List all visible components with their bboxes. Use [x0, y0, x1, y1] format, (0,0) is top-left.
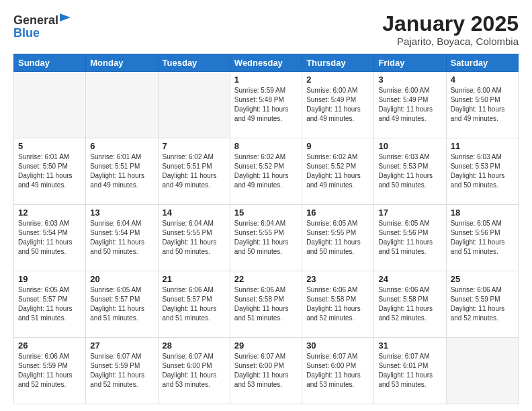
cell-2-4: 16Sunrise: 6:05 AMSunset: 5:55 PMDayligh… — [302, 205, 374, 271]
day-num-4-3: 29 — [234, 340, 298, 351]
day-info-0-5: Sunrise: 6:00 AMSunset: 5:49 PMDaylight:… — [378, 86, 441, 124]
logo-general: General — [13, 13, 58, 28]
cell-2-0: 12Sunrise: 6:03 AMSunset: 5:54 PMDayligh… — [14, 205, 86, 271]
day-info-2-5: Sunrise: 6:05 AMSunset: 5:56 PMDaylight:… — [378, 219, 441, 257]
day-info-3-1: Sunrise: 6:05 AMSunset: 5:57 PMDaylight:… — [90, 285, 153, 323]
day-info-0-6: Sunrise: 6:00 AMSunset: 5:50 PMDaylight:… — [451, 86, 514, 124]
week-row-0: 1Sunrise: 5:59 AMSunset: 5:48 PMDaylight… — [14, 72, 519, 138]
header-monday: Monday — [86, 54, 158, 72]
title-block: January 2025 Pajarito, Boyaca, Colombia — [382, 12, 519, 47]
cell-1-0: 5Sunrise: 6:01 AMSunset: 5:50 PMDaylight… — [14, 138, 86, 205]
day-num-0-5: 3 — [378, 75, 441, 85]
day-num-3-4: 23 — [306, 274, 369, 284]
day-info-1-3: Sunrise: 6:02 AMSunset: 5:52 PMDaylight:… — [234, 152, 298, 190]
cell-1-3: 8Sunrise: 6:02 AMSunset: 5:52 PMDaylight… — [230, 138, 302, 205]
day-num-2-6: 18 — [451, 208, 514, 218]
day-info-1-0: Sunrise: 6:01 AMSunset: 5:50 PMDaylight:… — [18, 152, 81, 190]
cell-0-0 — [14, 72, 86, 138]
day-info-2-3: Sunrise: 6:04 AMSunset: 5:55 PMDaylight:… — [234, 219, 298, 257]
day-info-2-1: Sunrise: 6:04 AMSunset: 5:54 PMDaylight:… — [90, 219, 153, 257]
cell-3-0: 19Sunrise: 6:05 AMSunset: 5:57 PMDayligh… — [14, 271, 86, 338]
page: General Blue January 2025 Pajarito, Boya… — [0, 0, 532, 411]
day-info-4-0: Sunrise: 6:06 AMSunset: 5:59 PMDaylight:… — [18, 352, 81, 390]
cell-0-3: 1Sunrise: 5:59 AMSunset: 5:48 PMDaylight… — [230, 72, 302, 138]
day-info-1-2: Sunrise: 6:02 AMSunset: 5:51 PMDaylight:… — [163, 152, 226, 190]
day-num-3-1: 20 — [90, 274, 153, 284]
logo-blue-text: Blue — [13, 26, 40, 40]
cell-4-4: 30Sunrise: 6:07 AMSunset: 6:00 PMDayligh… — [302, 338, 374, 404]
cell-2-5: 17Sunrise: 6:05 AMSunset: 5:56 PMDayligh… — [374, 205, 446, 271]
cell-4-2: 28Sunrise: 6:07 AMSunset: 6:00 PMDayligh… — [158, 338, 230, 404]
cell-4-6 — [446, 338, 518, 404]
cell-2-1: 13Sunrise: 6:04 AMSunset: 5:54 PMDayligh… — [86, 205, 158, 271]
cell-1-4: 9Sunrise: 6:02 AMSunset: 5:52 PMDaylight… — [302, 138, 374, 205]
day-num-4-1: 27 — [90, 340, 153, 351]
day-info-4-1: Sunrise: 6:07 AMSunset: 5:59 PMDaylight:… — [90, 352, 153, 390]
day-info-4-2: Sunrise: 6:07 AMSunset: 6:00 PMDaylight:… — [163, 352, 226, 390]
day-info-4-4: Sunrise: 6:07 AMSunset: 6:00 PMDaylight:… — [306, 352, 369, 390]
day-info-3-3: Sunrise: 6:06 AMSunset: 5:58 PMDaylight:… — [234, 285, 298, 323]
cell-3-4: 23Sunrise: 6:06 AMSunset: 5:58 PMDayligh… — [302, 271, 374, 338]
day-info-4-3: Sunrise: 6:07 AMSunset: 6:00 PMDaylight:… — [234, 352, 298, 390]
day-info-4-5: Sunrise: 6:07 AMSunset: 6:01 PMDaylight:… — [378, 352, 441, 390]
day-info-1-4: Sunrise: 6:02 AMSunset: 5:52 PMDaylight:… — [306, 152, 369, 190]
day-num-3-2: 21 — [163, 274, 226, 284]
day-info-3-2: Sunrise: 6:06 AMSunset: 5:57 PMDaylight:… — [163, 285, 226, 323]
cell-0-6: 4Sunrise: 6:00 AMSunset: 5:50 PMDaylight… — [446, 72, 518, 138]
day-num-2-3: 15 — [234, 208, 298, 218]
header-tuesday: Tuesday — [158, 54, 230, 72]
day-num-0-3: 1 — [234, 75, 298, 85]
day-num-2-2: 14 — [163, 208, 226, 218]
cell-3-3: 22Sunrise: 6:06 AMSunset: 5:58 PMDayligh… — [230, 271, 302, 338]
week-row-3: 19Sunrise: 6:05 AMSunset: 5:57 PMDayligh… — [14, 271, 519, 338]
day-info-2-0: Sunrise: 6:03 AMSunset: 5:54 PMDaylight:… — [18, 219, 81, 257]
day-num-1-2: 7 — [163, 141, 226, 151]
day-num-1-3: 8 — [234, 141, 298, 151]
logo-blue — [58, 12, 72, 29]
week-row-2: 12Sunrise: 6:03 AMSunset: 5:54 PMDayligh… — [14, 205, 519, 271]
week-row-1: 5Sunrise: 6:01 AMSunset: 5:50 PMDaylight… — [14, 138, 519, 205]
weekday-header-row: Sunday Monday Tuesday Wednesday Thursday… — [14, 54, 519, 72]
day-info-1-6: Sunrise: 6:03 AMSunset: 5:53 PMDaylight:… — [451, 152, 514, 190]
week-row-4: 26Sunrise: 6:06 AMSunset: 5:59 PMDayligh… — [14, 338, 519, 404]
day-num-1-1: 6 — [90, 141, 153, 151]
cell-0-1 — [86, 72, 158, 138]
day-info-3-5: Sunrise: 6:06 AMSunset: 5:58 PMDaylight:… — [378, 285, 441, 323]
day-info-3-0: Sunrise: 6:05 AMSunset: 5:57 PMDaylight:… — [18, 285, 81, 323]
calendar-table: Sunday Monday Tuesday Wednesday Thursday… — [13, 54, 519, 404]
day-info-3-4: Sunrise: 6:06 AMSunset: 5:58 PMDaylight:… — [306, 285, 369, 323]
header-sunday: Sunday — [14, 54, 86, 72]
cell-0-2 — [158, 72, 230, 138]
cell-4-3: 29Sunrise: 6:07 AMSunset: 6:00 PMDayligh… — [230, 338, 302, 404]
day-num-2-0: 12 — [18, 208, 81, 218]
header: General Blue January 2025 Pajarito, Boya… — [13, 12, 519, 47]
cell-3-6: 25Sunrise: 6:06 AMSunset: 5:59 PMDayligh… — [446, 271, 518, 338]
cell-2-6: 18Sunrise: 6:05 AMSunset: 5:56 PMDayligh… — [446, 205, 518, 271]
cell-4-0: 26Sunrise: 6:06 AMSunset: 5:59 PMDayligh… — [14, 338, 86, 404]
day-num-3-3: 22 — [234, 274, 298, 284]
cell-3-5: 24Sunrise: 6:06 AMSunset: 5:58 PMDayligh… — [374, 271, 446, 338]
cell-3-2: 21Sunrise: 6:06 AMSunset: 5:57 PMDayligh… — [158, 271, 230, 338]
day-num-1-4: 9 — [306, 141, 369, 151]
svg-marker-0 — [60, 13, 71, 21]
calendar-body: 1Sunrise: 5:59 AMSunset: 5:48 PMDaylight… — [14, 72, 519, 404]
header-thursday: Thursday — [302, 54, 374, 72]
day-num-2-5: 17 — [378, 208, 441, 218]
day-num-3-6: 25 — [451, 274, 514, 284]
cell-1-6: 11Sunrise: 6:03 AMSunset: 5:53 PMDayligh… — [446, 138, 518, 205]
cell-3-1: 20Sunrise: 6:05 AMSunset: 5:57 PMDayligh… — [86, 271, 158, 338]
day-num-1-0: 5 — [18, 141, 81, 151]
day-info-3-6: Sunrise: 6:06 AMSunset: 5:59 PMDaylight:… — [451, 285, 514, 323]
header-friday: Friday — [374, 54, 446, 72]
day-num-4-5: 31 — [378, 340, 441, 351]
cell-2-2: 14Sunrise: 6:04 AMSunset: 5:55 PMDayligh… — [158, 205, 230, 271]
day-info-2-4: Sunrise: 6:05 AMSunset: 5:55 PMDaylight:… — [306, 219, 369, 257]
day-num-2-4: 16 — [306, 208, 369, 218]
cell-0-5: 3Sunrise: 6:00 AMSunset: 5:49 PMDaylight… — [374, 72, 446, 138]
logo: General Blue — [13, 12, 72, 40]
day-info-1-5: Sunrise: 6:03 AMSunset: 5:53 PMDaylight:… — [378, 152, 441, 190]
day-num-4-2: 28 — [163, 340, 226, 351]
header-saturday: Saturday — [446, 54, 518, 72]
day-info-0-3: Sunrise: 5:59 AMSunset: 5:48 PMDaylight:… — [234, 86, 298, 124]
cell-4-1: 27Sunrise: 6:07 AMSunset: 5:59 PMDayligh… — [86, 338, 158, 404]
